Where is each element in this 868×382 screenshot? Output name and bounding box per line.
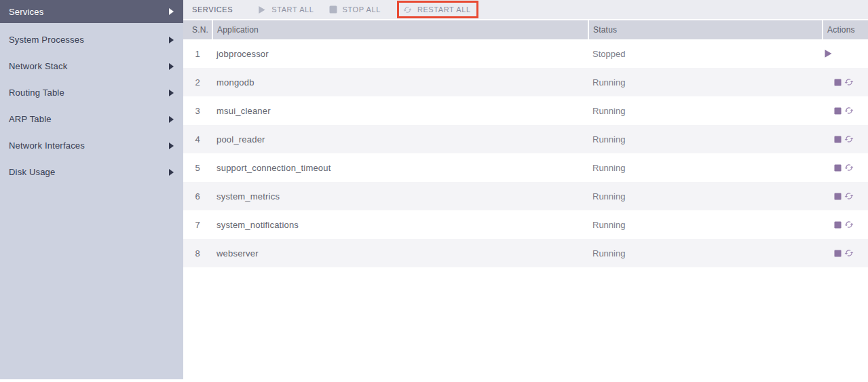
start-service-icon[interactable] [823,49,833,58]
stop-service-icon[interactable] [834,193,842,200]
page-title: SERVICES [192,5,233,14]
restart-service-icon[interactable] [844,191,854,201]
cell-application: support_connection_timeout [212,163,588,173]
cell-actions [822,134,868,144]
cell-application: msui_cleaner [212,106,588,116]
cell-status: Running [588,163,822,173]
sidebar-item-disk-usage[interactable]: Disk Usage [0,159,183,185]
table-row: 4 pool_reader Running [183,125,868,153]
stop-service-icon[interactable] [834,221,842,229]
cell-actions [822,49,868,58]
stop-service-icon[interactable] [834,164,842,172]
stop-service-icon[interactable] [834,107,842,115]
column-header-application: Application [212,20,588,39]
table-row: 1 jobprocessor Stopped [183,39,868,68]
sidebar-item-system-processes[interactable]: System Processes [0,26,183,53]
cell-sn: 5 [183,163,212,173]
table-body: 1 jobprocessor Stopped 2 mongodb Running… [183,39,868,267]
restart-all-highlight: RESTART ALL [397,1,478,18]
table-row: 2 mongodb Running [183,68,868,96]
cell-actions [822,77,868,87]
sidebar-nav: Services System Processes Network Stack … [0,0,183,379]
cell-actions [822,248,868,258]
chevron-right-icon [169,90,174,96]
stop-icon [329,5,337,14]
stop-service-icon[interactable] [834,136,842,143]
sidebar-item-label: Routing Table [9,88,169,98]
sidebar-item-services[interactable]: Services [0,0,183,23]
cell-status: Stopped [588,49,822,59]
cell-sn: 7 [183,220,212,230]
app-window: Services System Processes Network Stack … [0,0,868,382]
restart-all-label: RESTART ALL [417,5,471,14]
sidebar-item-label: Network Stack [9,61,169,71]
chevron-right-icon [169,142,174,149]
cell-actions [822,106,868,115]
table-row: 8 webserver Running [183,239,868,267]
cell-status: Running [588,106,822,116]
cell-status: Running [588,77,822,88]
restart-all-button[interactable]: RESTART ALL [403,4,471,16]
cell-actions [822,191,868,201]
cell-sn: 3 [183,106,212,116]
sidebar-item-network-stack[interactable]: Network Stack [0,53,183,79]
restart-service-icon[interactable] [844,77,854,87]
sidebar-item-routing-table[interactable]: Routing Table [0,79,183,106]
restart-service-icon[interactable] [844,248,854,258]
cell-status: Running [588,134,822,145]
sidebar-item-label: Disk Usage [9,167,169,177]
sidebar-item-label: ARP Table [9,114,169,124]
restart-service-icon[interactable] [844,220,854,229]
restart-service-icon[interactable] [844,163,854,172]
table-row: 6 system_metrics Running [183,182,868,210]
chevron-right-icon [169,116,174,123]
stop-service-icon[interactable] [834,250,842,257]
column-header-status: Status [588,20,822,39]
play-icon [257,5,266,14]
chevron-right-icon [169,8,174,15]
cell-application: system_metrics [212,191,588,202]
column-header-actions: Actions [822,20,868,39]
cell-sn: 6 [183,191,212,202]
toolbar: SERVICES START ALL STOP ALL RESTAR [183,0,868,20]
cell-application: webserver [212,248,588,259]
restart-service-icon[interactable] [844,134,854,144]
cell-application: jobprocessor [212,49,588,59]
start-all-label: START ALL [271,5,314,14]
table-row: 5 support_connection_timeout Running [183,153,868,182]
sidebar-item-label: System Processes [9,35,169,45]
cell-application: system_notifications [212,220,588,230]
sidebar-item-arp-table[interactable]: ARP Table [0,106,183,132]
chevron-right-icon [169,169,174,176]
table-row: 7 system_notifications Running [183,210,868,239]
cell-application: mongodb [212,77,588,88]
cell-status: Running [588,220,822,230]
restart-service-icon[interactable] [844,106,854,115]
sidebar-item-label: Services [9,7,169,17]
table-header: S.N. Application Status Actions [183,20,868,39]
stop-all-button[interactable]: STOP ALL [329,4,381,15]
main-content: SERVICES START ALL STOP ALL RESTAR [183,0,868,382]
start-all-button[interactable]: START ALL [257,4,314,16]
cell-sn: 4 [183,134,212,145]
cell-actions [822,163,868,172]
chevron-right-icon [169,37,174,43]
stop-service-icon[interactable] [834,79,842,86]
stop-all-label: STOP ALL [343,5,381,14]
cell-status: Running [588,248,822,259]
cell-actions [822,220,868,229]
cell-sn: 1 [183,49,212,59]
chevron-right-icon [169,63,174,70]
table-row: 3 msui_cleaner Running [183,96,868,125]
sidebar-item-network-interfaces[interactable]: Network Interfaces [0,132,183,159]
sidebar-item-label: Network Interfaces [9,140,169,151]
cell-sn: 2 [183,77,212,88]
refresh-icon [403,5,412,14]
cell-application: pool_reader [212,134,588,145]
cell-sn: 8 [183,248,212,259]
column-header-sn: S.N. [183,25,212,35]
cell-status: Running [588,191,822,202]
